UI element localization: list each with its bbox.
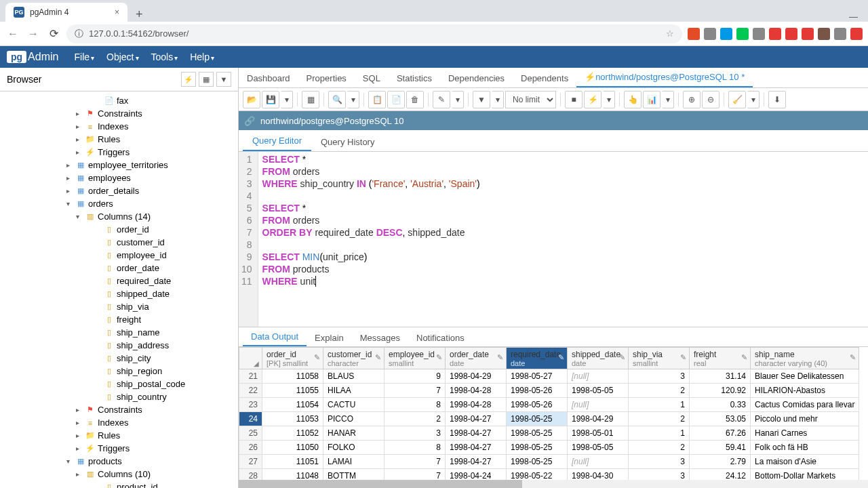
tree-toggle-icon[interactable]: ▸	[76, 110, 83, 117]
browser-tab[interactable]: PG pgAdmin 4 ×	[5, 3, 127, 22]
table-row[interactable]: 2611050FOLKO81998-04-271998-05-251998-05…	[239, 441, 859, 455]
cell[interactable]: Bottom-Dollar Markets	[751, 469, 859, 481]
rollback-button[interactable]: ⊖	[702, 91, 719, 108]
cell[interactable]: 1998-04-29	[568, 412, 629, 426]
menu-object[interactable]: Object▾	[101, 49, 144, 65]
paste-button[interactable]: 📄	[387, 91, 405, 108]
tab-messages[interactable]: Messages	[352, 329, 408, 346]
cell[interactable]: 1	[629, 426, 690, 441]
ext-icon-2[interactable]	[704, 28, 716, 40]
cell[interactable]: La maison d'Asie	[751, 455, 859, 469]
edit-dropdown[interactable]: ▾	[452, 91, 464, 108]
ext-icon-7[interactable]	[785, 28, 797, 40]
row-number[interactable]: 26	[239, 441, 262, 455]
tree-item[interactable]: 📄fax	[0, 94, 238, 107]
table-row[interactable]: 2811048BOTTM71998-04-241998-05-221998-04…	[239, 469, 859, 481]
tree-item[interactable]: ▾▦products	[0, 455, 238, 468]
cell[interactable]: 1998-04-27	[446, 412, 507, 426]
cell[interactable]: 11052	[262, 426, 323, 441]
cell[interactable]: 11048	[262, 469, 323, 481]
cell[interactable]: 8	[384, 441, 446, 455]
cell[interactable]: 3	[629, 369, 690, 384]
tree-item[interactable]: ▯employee_id	[0, 249, 238, 262]
tree-item[interactable]: ▯order_id	[0, 223, 238, 236]
clear-button[interactable]: 🧹	[728, 91, 746, 108]
cell[interactable]: 11051	[262, 455, 323, 469]
cell[interactable]: 3	[384, 426, 446, 441]
tab-query-history[interactable]: Query History	[311, 133, 384, 151]
tree-item[interactable]: ▸▦order_details	[0, 184, 238, 197]
cell[interactable]: 1998-04-27	[446, 441, 507, 455]
filter-button[interactable]: ▼	[473, 91, 490, 108]
cell[interactable]: 11055	[262, 384, 323, 398]
column-header[interactable]: ship_namecharacter varying (40)✎	[751, 348, 859, 369]
code-content[interactable]: SELECT * FROM orders WHERE ship_country …	[258, 152, 868, 327]
copy-button[interactable]: ▦	[302, 91, 319, 108]
tree-item[interactable]: ▯ship_region	[0, 365, 238, 378]
tree-item[interactable]: ▸≡Indexes	[0, 120, 238, 133]
cell[interactable]: 2	[629, 384, 690, 398]
row-number[interactable]: 28	[239, 469, 262, 481]
table-row[interactable]: 2311054CACTU81998-04-281998-05-26[null]1…	[239, 398, 859, 412]
table-row[interactable]: 2111058BLAUS91998-04-291998-05-27[null]3…	[239, 369, 859, 384]
edit-icon[interactable]: ✎	[619, 353, 625, 362]
tree-toggle-icon[interactable]: ▸	[76, 432, 83, 439]
filter-dropdown[interactable]: ▾	[492, 91, 504, 108]
tree-item[interactable]: ▸▦employees	[0, 171, 238, 184]
edit-icon[interactable]: ✎	[741, 353, 747, 362]
tree-item[interactable]: ▯order_date	[0, 262, 238, 274]
tree-toggle-icon[interactable]: ▸	[76, 470, 83, 478]
cell[interactable]: 1998-05-27	[507, 369, 568, 384]
close-tab-icon[interactable]: ×	[115, 7, 119, 17]
tree-item[interactable]: ▸≡Indexes	[0, 416, 238, 429]
cell[interactable]: CACTU	[323, 398, 384, 412]
cell[interactable]: 1998-04-24	[446, 469, 507, 481]
cell[interactable]: Hanari Carnes	[751, 426, 859, 441]
minimize-icon[interactable]: —	[849, 12, 858, 22]
cell[interactable]: PICCO	[323, 412, 384, 426]
horizontal-scrollbar[interactable]	[239, 480, 868, 488]
edit-button[interactable]: ✎	[433, 91, 450, 108]
execute-dropdown[interactable]: ▾	[603, 91, 615, 108]
cell[interactable]: [null]	[568, 398, 629, 412]
cell[interactable]: 67.26	[690, 426, 751, 441]
table-row[interactable]: 2511052HANAR31998-04-271998-05-251998-05…	[239, 426, 859, 441]
save-button[interactable]: 💾	[262, 91, 279, 108]
cell[interactable]: 31.14	[690, 369, 751, 384]
edit-icon[interactable]: ✎	[436, 353, 442, 362]
copy-row-button[interactable]: 📋	[368, 91, 386, 108]
cell[interactable]: 2	[629, 412, 690, 426]
table-row[interactable]: 2411053PICCO21998-04-271998-05-251998-04…	[239, 412, 859, 426]
cell[interactable]: 1998-04-27	[446, 426, 507, 441]
cell[interactable]: 2	[629, 441, 690, 455]
explain-analyze-button[interactable]: 📊	[643, 91, 660, 108]
explain-button[interactable]: 👆	[624, 91, 642, 108]
save-dropdown[interactable]: ▾	[281, 91, 293, 108]
edit-icon[interactable]: ✎	[558, 353, 564, 362]
sidebar-btn-1[interactable]: ⚡	[181, 72, 196, 87]
cell[interactable]: 1998-05-26	[507, 398, 568, 412]
data-output-grid[interactable]: ◢order_id[PK] smallint✎customer_idcharac…	[239, 347, 868, 480]
tree-item[interactable]: ▯ship_name	[0, 326, 238, 339]
cell[interactable]: 1998-05-05	[568, 441, 629, 455]
ext-icon-5[interactable]	[753, 28, 765, 40]
tree-toggle-icon[interactable]: ▸	[76, 136, 83, 143]
open-file-button[interactable]: 📂	[243, 91, 260, 108]
column-header[interactable]: ship_viasmallint✎	[629, 348, 690, 369]
tree-item[interactable]: ▸⚡Triggers	[0, 442, 238, 455]
tree-toggle-icon[interactable]: ▸	[66, 161, 73, 169]
url-input[interactable]: ⓘ 127.0.0.1:54162/browser/ ☆	[66, 24, 682, 43]
cell[interactable]: Cactus Comidas para llevar	[751, 398, 859, 412]
cell[interactable]: 11050	[262, 441, 323, 455]
tree-item[interactable]: ▸📁Rules	[0, 429, 238, 442]
cell[interactable]: 1998-05-25	[507, 441, 568, 455]
tree-toggle-icon[interactable]: ▸	[76, 148, 83, 156]
tab-statistics[interactable]: Statistics	[389, 69, 440, 87]
ext-icon-11[interactable]	[850, 28, 863, 40]
ext-icon-9[interactable]	[818, 28, 830, 40]
column-header[interactable]: order_datedate✎	[446, 348, 507, 369]
tab-query-editor[interactable]: Query Editor	[243, 131, 311, 151]
tree-item[interactable]: ▯ship_country	[0, 390, 238, 403]
download-button[interactable]: ⬇	[768, 91, 786, 108]
table-row[interactable]: 2711051LAMAI71998-04-271998-05-25[null]3…	[239, 455, 859, 469]
